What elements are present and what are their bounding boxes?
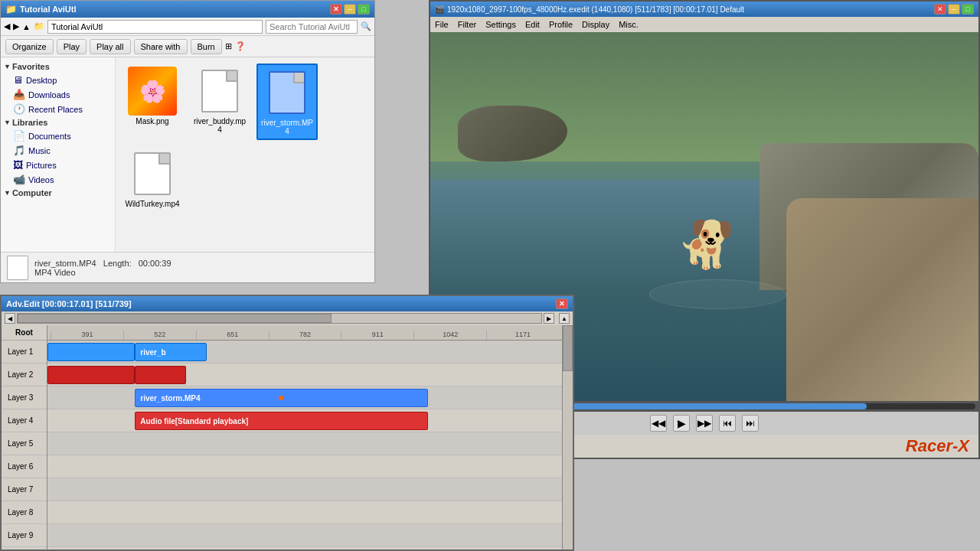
- maximize-button[interactable]: □: [358, 4, 370, 15]
- timeline-layer-7-label: Layer 7: [2, 478, 47, 501]
- statusbar-length-value: 00:00:39: [139, 259, 172, 268]
- mask-label: Mask.png: [136, 117, 168, 126]
- river-storm-icon: [269, 71, 305, 114]
- downloads-icon: 📥: [13, 89, 25, 100]
- clip-layer4[interactable]: Audio file[Standard playback]: [135, 412, 428, 430]
- timeline-scrollbar-v[interactable]: [562, 325, 573, 549]
- sidebar-music-label: Music: [28, 146, 51, 155]
- track-row-9: [47, 524, 562, 547]
- sidebar-item-pictures[interactable]: 🖼 Pictures: [1, 158, 115, 172]
- ruler-mark-1171: 1171: [486, 331, 559, 340]
- menu-misc[interactable]: Misc.: [619, 20, 639, 29]
- organize-button[interactable]: Organize: [5, 39, 54, 54]
- clip-layer1-b[interactable]: river_b: [135, 343, 207, 361]
- clip-layer1-a[interactable]: [47, 343, 135, 361]
- sidebar-item-videos[interactable]: 📹 Videos: [1, 172, 115, 187]
- timeline-layer-2-label: Layer 2: [2, 364, 47, 386]
- minimize-button[interactable]: ─: [344, 4, 356, 15]
- menu-settings[interactable]: Settings: [485, 20, 516, 29]
- nav-back-icon[interactable]: ◀: [4, 21, 10, 31]
- next-frame-button[interactable]: ▶▶: [696, 415, 713, 432]
- timeline-title-text: Adv.Edit [00:00:17.01] [511/739]: [6, 299, 132, 308]
- sidebar-item-desktop[interactable]: 🖥 Desktop: [1, 73, 115, 87]
- search-input[interactable]: [266, 20, 358, 34]
- timeline-layer-5-label: Layer 5: [2, 432, 47, 455]
- video-title-icon: 🎬: [435, 5, 444, 14]
- favorites-arrow: ▼: [4, 63, 11, 70]
- menu-edit[interactable]: Edit: [525, 20, 540, 29]
- tl-scrollbar-h[interactable]: [17, 313, 542, 324]
- wildturkey-icon: [134, 152, 171, 195]
- statusbar-length-label: Length:: [103, 259, 132, 268]
- sidebar-item-downloads[interactable]: 📥 Downloads: [1, 87, 115, 102]
- video-title-text: 1920x1080_2997-100fps_48000Hz.exedit (14…: [447, 5, 744, 14]
- sidebar-item-recent[interactable]: 🕐 Recent Places: [1, 102, 115, 116]
- computer-header[interactable]: ▼ Computer: [1, 187, 115, 199]
- playhead-cursor: [279, 396, 283, 400]
- sidebar-recent-label: Recent Places: [28, 105, 83, 114]
- pictures-icon: 🖼: [13, 159, 23, 171]
- sidebar-documents-label: Documents: [28, 132, 71, 141]
- sidebar-item-documents[interactable]: 📄 Documents: [1, 129, 115, 143]
- toolbar: Organize Play Play all Share with Burn ⊞…: [1, 36, 374, 57]
- close-button[interactable]: ✕: [330, 4, 342, 15]
- file-item-river-buddy[interactable]: river_buddy.mp4: [189, 64, 250, 140]
- river-buddy-icon: [201, 70, 238, 112]
- track-row-6: [47, 455, 562, 478]
- clip-layer2-a[interactable]: [47, 366, 135, 384]
- libraries-header[interactable]: ▼ Libraries: [1, 116, 115, 129]
- track-row-1[interactable]: river_b: [47, 341, 562, 364]
- file-item-river-storm[interactable]: river_storm.MP4: [256, 64, 318, 140]
- computer-arrow: ▼: [4, 189, 11, 197]
- vp-maximize-button[interactable]: □: [962, 4, 974, 15]
- clip-layer2-b[interactable]: [135, 366, 186, 384]
- share-with-button[interactable]: Share with: [134, 39, 188, 54]
- play-all-button[interactable]: Play all: [90, 39, 130, 54]
- vp-minimize-button[interactable]: ─: [948, 4, 960, 15]
- track-row-2[interactable]: [47, 364, 562, 386]
- video-menu: File Filter Settings Edit Profile Displa…: [430, 17, 978, 32]
- ruler-mark-522: 522: [123, 331, 196, 340]
- track-row-3[interactable]: river_storm.MP4: [47, 386, 562, 409]
- tl-scroll-right[interactable]: ▶: [544, 313, 554, 324]
- tl-scroll-left[interactable]: ◀: [5, 313, 15, 324]
- menu-filter[interactable]: Filter: [458, 20, 476, 29]
- skip-fwd-button[interactable]: ⏭: [742, 415, 759, 432]
- file-item-mask[interactable]: 🌸 Mask.png: [122, 64, 183, 140]
- river-storm-label: river_storm.MP4: [261, 119, 313, 135]
- favorites-header[interactable]: ▼ Favorites: [1, 60, 115, 73]
- address-input[interactable]: [47, 20, 263, 34]
- sidebar-item-music[interactable]: 🎵 Music: [1, 143, 115, 158]
- menu-profile[interactable]: Profile: [549, 20, 573, 29]
- dog-figure: 🐕: [677, 217, 734, 272]
- track-row-4[interactable]: Audio file[Standard playback]: [47, 409, 562, 432]
- timeline-layer-3-label: Layer 3: [2, 386, 47, 409]
- menu-display[interactable]: Display: [582, 20, 609, 29]
- menu-file[interactable]: File: [435, 20, 449, 29]
- view-icon[interactable]: ⊞: [225, 41, 232, 51]
- timeline-body: Root Layer 1 Layer 2 Layer 3 Layer 4 Lay…: [2, 325, 573, 549]
- desktop-icon: 🖥: [13, 74, 23, 86]
- help-icon[interactable]: ❓: [235, 41, 246, 51]
- sidebar-videos-label: Videos: [28, 175, 54, 184]
- nav-up-icon[interactable]: ▲: [22, 22, 31, 31]
- track-row-5: [47, 432, 562, 455]
- skip-back-button[interactable]: ⏮: [719, 415, 736, 432]
- sidebar-pictures-label: Pictures: [26, 161, 57, 170]
- play-button[interactable]: ▶: [673, 415, 690, 432]
- timeline-ruler: 391 522 651 782 911 1042 1171: [47, 325, 562, 341]
- tl-scroll-up[interactable]: ▲: [559, 313, 570, 324]
- explorer-body: ▼ Favorites 🖥 Desktop 📥 Downloads 🕐 Rece…: [1, 57, 374, 252]
- file-item-wildturkey[interactable]: WildTurkey.mp4: [122, 146, 183, 211]
- search-icon[interactable]: 🔍: [361, 21, 371, 31]
- tl-scrollbar-thumb: [18, 314, 332, 323]
- play-button[interactable]: Play: [57, 39, 87, 54]
- statusbar-info: river_storm.MP4 Length: 00:00:39 MP4 Vid…: [34, 259, 172, 277]
- vp-close-button[interactable]: ✕: [934, 4, 946, 15]
- burn-button[interactable]: Burn: [191, 39, 222, 54]
- file-area: 🌸 Mask.png river_buddy.mp4 river_storm.M…: [116, 57, 374, 252]
- wildturkey-icon-area: [128, 149, 177, 198]
- prev-frame-button[interactable]: ◀◀: [650, 415, 667, 432]
- nav-forward-icon[interactable]: ▶: [13, 21, 19, 31]
- tl-close-button[interactable]: ✕: [556, 298, 568, 309]
